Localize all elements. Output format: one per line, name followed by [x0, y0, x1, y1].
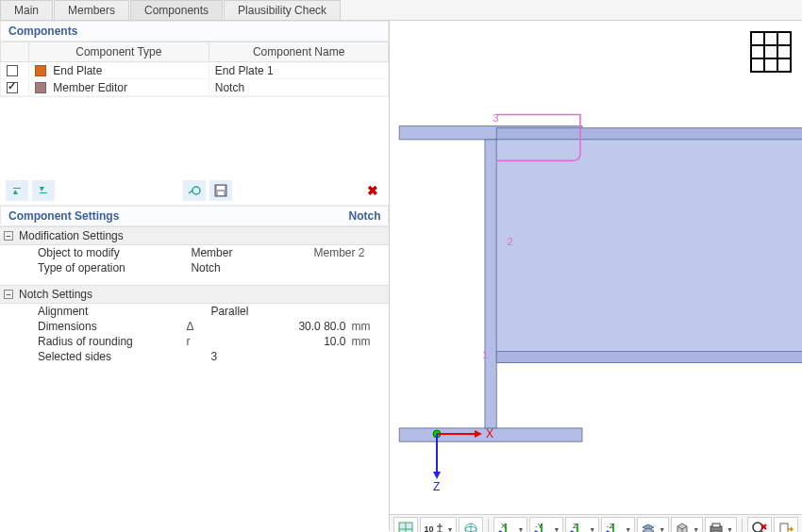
group-header[interactable]: − Notch Settings	[0, 285, 389, 304]
settings-title-left: Component Settings	[8, 209, 119, 223]
setting-row[interactable]: Type of operation Notch	[0, 260, 389, 275]
collapse-icon[interactable]: −	[4, 231, 13, 241]
group-title: Modification Settings	[19, 229, 124, 242]
view-neg-y-button[interactable]: -Y ▼	[529, 517, 563, 532]
tab-main[interactable]: Main	[0, 0, 53, 20]
print-button[interactable]: ▼	[705, 517, 737, 532]
svg-text:2: 2	[508, 236, 513, 247]
chevron-down-icon: ▼	[517, 526, 524, 532]
setting-row[interactable]: Selected sides 3	[0, 349, 389, 364]
component-name: End Plate 1	[209, 63, 389, 78]
components-table-header: Component Type Component Name	[0, 42, 389, 62]
setting-label: Radius of rounding	[38, 335, 186, 348]
svg-rect-4	[217, 186, 225, 190]
svg-rect-6	[751, 32, 791, 72]
setting-row[interactable]: Alignment Parallel	[0, 304, 389, 319]
top-tabs: Main Members Components Plausibility Che…	[0, 0, 802, 21]
axis-gizmo: X Z	[418, 415, 493, 493]
setting-unit: mm	[351, 320, 389, 333]
chevron-down-icon: ▼	[727, 526, 733, 532]
setting-value: Member	[191, 246, 313, 259]
svg-text:Z: Z	[433, 480, 440, 490]
settings-title-right: Notch	[348, 209, 380, 223]
view-x-button[interactable]: X ▼	[493, 517, 527, 532]
setting-value2: Member 2	[313, 246, 389, 259]
world-view-button[interactable]	[459, 517, 483, 532]
setting-row[interactable]: Object to modify Member Member 2	[0, 245, 389, 260]
col-type-header: Component Type	[29, 42, 209, 61]
chevron-down-icon: ▼	[625, 526, 631, 532]
svg-rect-14	[497, 128, 802, 140]
setting-unit: mm	[351, 335, 389, 348]
table-row[interactable]: End Plate End Plate 1	[1, 62, 388, 79]
components-table-body: End Plate End Plate 1 Member Editor Notc…	[0, 62, 389, 97]
table-row[interactable]: Member Editor Notch	[1, 79, 388, 96]
color-swatch	[35, 82, 46, 93]
component-name: Notch	[209, 80, 389, 95]
grid-toggle-button[interactable]	[393, 517, 418, 532]
row-checkbox[interactable]	[7, 82, 18, 93]
cube-view-button[interactable]: ▼	[671, 517, 703, 532]
3d-viewer[interactable]: 3 2 1 X Z	[390, 21, 802, 515]
setting-value: Notch	[191, 261, 313, 274]
setting-label: Alignment	[38, 305, 186, 318]
components-header: Components	[0, 21, 389, 42]
chevron-down-icon: ▼	[659, 526, 665, 532]
layers-button[interactable]: ▼	[637, 517, 669, 532]
svg-text:X: X	[486, 427, 493, 441]
svg-rect-59	[712, 524, 720, 527]
collapse-icon[interactable]: −	[4, 290, 13, 299]
components-title: Components	[8, 25, 77, 38]
svg-rect-15	[497, 351, 802, 362]
svg-marker-22	[475, 430, 482, 438]
svg-text:3: 3	[493, 112, 499, 124]
setting-label: Selected sides	[38, 350, 186, 363]
component-type: End Plate	[53, 64, 102, 77]
svg-marker-25	[433, 472, 441, 479]
right-panel: 3 2 1 X Z	[390, 21, 802, 530]
setting-value: Parallel	[210, 305, 351, 318]
svg-point-2	[192, 187, 200, 194]
svg-text:-Y: -Y	[535, 522, 543, 530]
group-title: Notch Settings	[19, 288, 92, 301]
svg-rect-16	[497, 140, 802, 351]
color-swatch	[35, 65, 46, 76]
setting-symbol: r	[186, 335, 210, 348]
move-up-button[interactable]	[6, 180, 28, 201]
row-checkbox[interactable]	[7, 65, 18, 76]
components-toolbar: ✖	[0, 176, 389, 206]
setting-value: 3	[210, 350, 351, 363]
tab-members[interactable]: Members	[54, 0, 129, 20]
settings-header: Component Settings Notch	[0, 206, 389, 226]
chevron-down-icon: ▼	[589, 526, 595, 532]
scale-button[interactable]: 10 ▼	[420, 517, 457, 532]
svg-rect-13	[485, 140, 496, 428]
delete-button[interactable]: ✖	[361, 180, 384, 201]
link-button[interactable]	[183, 180, 206, 201]
setting-value: 10.0	[210, 335, 351, 348]
setting-row[interactable]: Radius of rounding r 10.0 mm	[0, 334, 389, 349]
setting-label: Type of operation	[38, 261, 166, 274]
tab-components[interactable]: Components	[130, 0, 223, 20]
view-cube-icon[interactable]	[749, 30, 793, 76]
zoom-clear-button[interactable]	[747, 517, 772, 532]
svg-rect-0	[13, 188, 21, 189]
view-neg-z-button[interactable]: -Z ▼	[601, 517, 635, 532]
col-name-header: Component Name	[209, 42, 389, 61]
move-down-button[interactable]	[32, 180, 55, 201]
setting-label: Object to modify	[38, 246, 166, 259]
view-z-button[interactable]: Z ▼	[565, 517, 599, 532]
svg-text:X: X	[501, 522, 507, 530]
component-type: Member Editor	[53, 81, 127, 94]
svg-text:-Z: -Z	[607, 522, 614, 530]
tab-plausibility[interactable]: Plausibility Check	[224, 0, 341, 20]
svg-rect-1	[40, 192, 47, 193]
setting-row[interactable]: Dimensions Δ 30.0 80.0 mm	[0, 319, 389, 334]
chevron-down-icon: ▼	[693, 526, 699, 532]
svg-point-61	[753, 523, 762, 532]
svg-text:Z: Z	[573, 522, 577, 530]
save-button[interactable]	[209, 180, 232, 201]
export-button[interactable]	[774, 517, 798, 532]
svg-rect-65	[780, 524, 788, 532]
group-header[interactable]: − Modification Settings	[0, 226, 389, 245]
